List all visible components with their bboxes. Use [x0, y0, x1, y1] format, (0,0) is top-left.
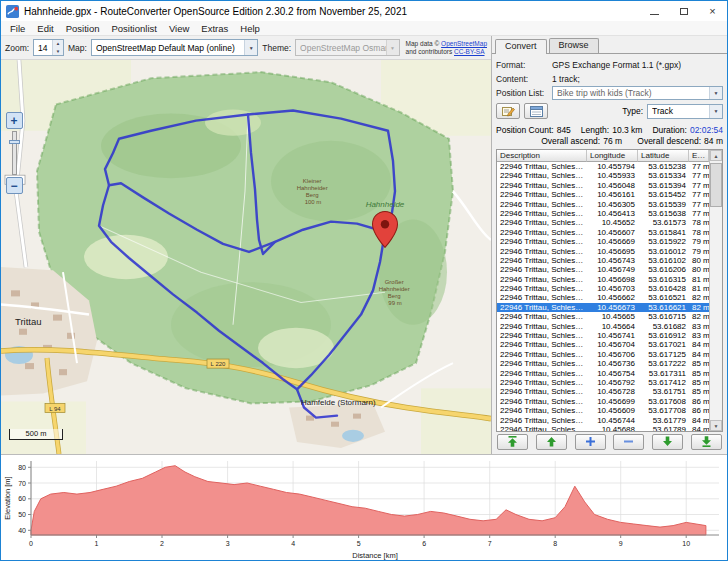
- table-row[interactable]: 22946 Trittau, Schleswig-Holstein10.4567…: [497, 387, 709, 396]
- close-button[interactable]: ×: [698, 1, 727, 21]
- table-row[interactable]: 22946 Trittau, Schleswig-Holstein10.4566…: [497, 303, 709, 312]
- zoom-spinner[interactable]: 14 ▲ ▼: [33, 39, 64, 56]
- chevron-down-icon[interactable]: ▼: [709, 87, 722, 99]
- table-cell: 53.616315: [638, 275, 689, 284]
- content-value: 1 track;: [552, 74, 580, 84]
- column-header-latitude[interactable]: Latitude: [638, 150, 689, 162]
- svg-text:Distance [km]: Distance [km]: [352, 551, 397, 560]
- table-cell: 10.45665: [587, 312, 638, 321]
- table-cell: 53.616102: [638, 256, 689, 265]
- svg-text:5: 5: [357, 540, 361, 547]
- table-cell: 22946 Trittau, Schleswig-Holstein: [497, 181, 587, 190]
- table-row[interactable]: 22946 Trittau, Schleswig-Holstein10.4567…: [497, 416, 709, 425]
- minimize-icon: [650, 14, 659, 15]
- table-row[interactable]: 22946 Trittau, Schleswig-Holstein10.4567…: [497, 369, 709, 378]
- table-row[interactable]: 22946 Trittau, Schleswig-Holstein10.4566…: [497, 322, 709, 331]
- table-row[interactable]: 22946 Trittau, Schleswig-Holstein10.4566…: [497, 312, 709, 321]
- town-label: Trittau: [15, 316, 42, 327]
- spin-up-icon[interactable]: ▲: [53, 40, 63, 48]
- table-row[interactable]: 22946 Trittau, Schleswig-Holstein10.4566…: [497, 237, 709, 246]
- new-positionlist-button[interactable]: [524, 103, 548, 119]
- maximize-button[interactable]: [669, 1, 698, 21]
- table-row[interactable]: 22946 Trittau, Schleswig-Holstein10.4566…: [497, 247, 709, 256]
- zoom-slider[interactable]: [12, 131, 17, 175]
- type-select[interactable]: Track ▼: [647, 104, 723, 119]
- menu-extras[interactable]: Extras: [195, 22, 234, 35]
- close-icon: ×: [709, 6, 715, 16]
- table-row[interactable]: 22946 Trittau, Schleswig-Holstein10.4564…: [497, 209, 709, 218]
- zoom-in-button[interactable]: +: [6, 112, 23, 129]
- menu-position[interactable]: Position: [60, 22, 106, 35]
- column-header-description[interactable]: Description: [497, 150, 587, 162]
- table-cell: 22946 Trittau, Schleswig-Holstein: [497, 190, 587, 199]
- svg-text:4: 4: [291, 540, 295, 547]
- table-row[interactable]: 22946 Trittau, Schleswig-Holstein10.4561…: [497, 190, 709, 199]
- table-row[interactable]: 22946 Trittau, Schleswig-Holstein10.4567…: [497, 359, 709, 368]
- delete-position-button[interactable]: [613, 434, 644, 450]
- map-select[interactable]: OpenStreetMap Default Map (online) ▼: [91, 39, 258, 56]
- position-list-select[interactable]: Bike trip with kids (Track) ▼: [552, 86, 723, 100]
- table-row[interactable]: 22946 Trittau, Schleswig-Holstein10.4566…: [497, 228, 709, 237]
- table-cell: 86 m: [689, 397, 709, 406]
- osm-link[interactable]: OpenStreetMap: [441, 40, 487, 47]
- license-link[interactable]: CC-BY-SA: [454, 48, 484, 55]
- table-cell: 53.615922: [638, 237, 689, 246]
- table-cell: 10.45652: [587, 218, 638, 227]
- rename-positionlist-button[interactable]: [496, 103, 520, 119]
- table-row[interactable]: 22946 Trittau, Schleswig-Holstein10.4567…: [497, 284, 709, 293]
- svg-text:60: 60: [18, 495, 26, 502]
- table-row[interactable]: 22946 Trittau, Schleswig-Holstein10.4565…: [497, 218, 709, 227]
- table-cell: 78 m: [689, 218, 709, 227]
- tab-convert[interactable]: Convert: [495, 39, 547, 54]
- table-row[interactable]: 22946 Trittau, Schleswig-Holstein10.4566…: [497, 397, 709, 406]
- table-scrollbar[interactable]: ▲ ▼: [709, 150, 722, 431]
- table-row[interactable]: 22946 Trittau, Schleswig-Holstein10.4568…: [497, 425, 709, 431]
- table-row[interactable]: 22946 Trittau, Schleswig-Holstein10.4567…: [497, 378, 709, 387]
- move-to-bottom-button[interactable]: [691, 434, 722, 450]
- table-row[interactable]: 22946 Trittau, Schleswig-Holstein10.4566…: [497, 275, 709, 284]
- add-position-button[interactable]: [575, 434, 606, 450]
- table-row[interactable]: 22946 Trittau, Schleswig-Holstein10.4560…: [497, 181, 709, 190]
- table-row[interactable]: 22946 Trittau, Schleswig-Holstein10.4567…: [497, 256, 709, 265]
- scrollbar-track[interactable]: [710, 161, 722, 420]
- menu-view[interactable]: View: [163, 22, 195, 35]
- move-to-top-button[interactable]: [497, 434, 528, 450]
- map-view[interactable]: Hahnheide Trittau Hamfelde (Stormarn) Kl…: [1, 60, 491, 454]
- menu-help[interactable]: Help: [234, 22, 266, 35]
- column-header-elevation[interactable]: Elevation: [689, 150, 709, 162]
- table-row[interactable]: 22946 Trittau, Schleswig-Holstein10.4567…: [497, 265, 709, 274]
- table-row[interactable]: 22946 Trittau, Schleswig-Holstein10.4566…: [497, 406, 709, 415]
- scroll-up-icon[interactable]: ▲: [710, 150, 722, 161]
- scrollbar-thumb[interactable]: [710, 163, 722, 207]
- tab-browse[interactable]: Browse: [549, 38, 599, 53]
- table-row[interactable]: 22946 Trittau, Schleswig-Holstein10.4563…: [497, 200, 709, 209]
- menu-edit[interactable]: Edit: [31, 22, 59, 35]
- title-bar[interactable]: Hahnheide.gpx - RouteConverter OpenSourc…: [1, 1, 727, 21]
- table-row[interactable]: 22946 Trittau, Schleswig-Holstein10.4566…: [497, 293, 709, 302]
- map-canvas[interactable]: Hahnheide Trittau Hamfelde (Stormarn) Kl…: [1, 60, 491, 454]
- panel-tabs: Convert Browse: [492, 36, 727, 54]
- minimize-button[interactable]: [640, 1, 669, 21]
- scroll-down-icon[interactable]: ▼: [710, 420, 722, 431]
- table-cell: 78 m: [689, 228, 709, 237]
- menu-positionlist[interactable]: Positionlist: [106, 22, 163, 35]
- zoom-out-button[interactable]: −: [6, 177, 23, 194]
- table-row[interactable]: 22946 Trittau, Schleswig-Holstein10.4559…: [497, 171, 709, 180]
- table-row[interactable]: 22946 Trittau, Schleswig-Holstein10.4567…: [497, 340, 709, 349]
- content-label: Content:: [496, 74, 552, 84]
- type-label: Type:: [622, 106, 643, 116]
- table-row[interactable]: 22946 Trittau, Schleswig-Holstein10.4567…: [497, 331, 709, 340]
- move-up-button[interactable]: [536, 434, 567, 450]
- table-row[interactable]: 22946 Trittau, Schleswig-Holstein10.4567…: [497, 350, 709, 359]
- table-cell: 22946 Trittau, Schleswig-Holstein: [497, 340, 587, 349]
- zoom-spinner-arrows[interactable]: ▲ ▼: [52, 40, 63, 55]
- spin-down-icon[interactable]: ▼: [53, 48, 63, 56]
- menu-file[interactable]: File: [4, 22, 31, 35]
- zoom-slider-thumb[interactable]: [9, 140, 20, 144]
- table-row[interactable]: 22946 Trittau, Schleswig-Holstein10.4557…: [497, 162, 709, 171]
- chevron-down-icon[interactable]: ▼: [244, 40, 257, 55]
- table-cell: 53.617021: [638, 340, 689, 349]
- column-header-longitude[interactable]: Longitude: [587, 150, 638, 162]
- move-down-button[interactable]: [652, 434, 683, 450]
- chevron-down-icon[interactable]: ▼: [709, 105, 722, 118]
